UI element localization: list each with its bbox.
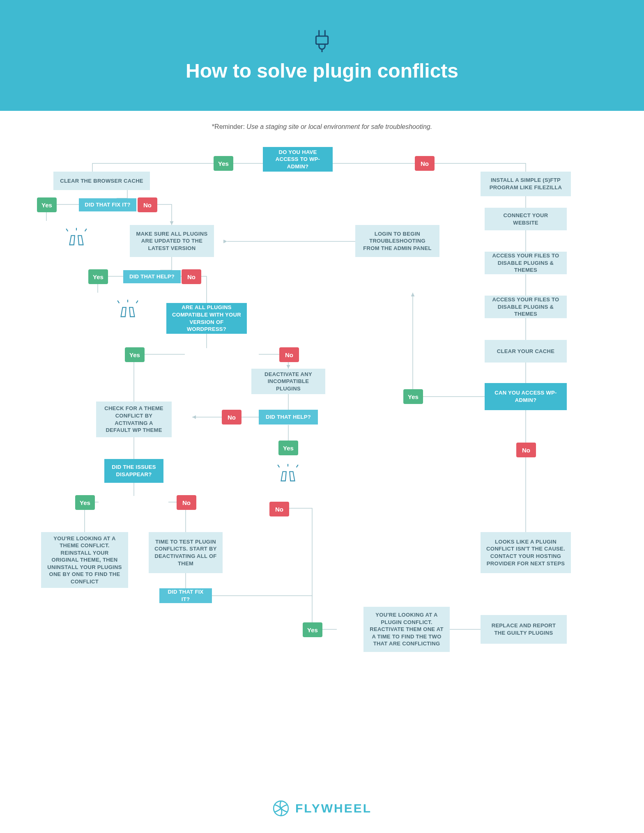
tag-no: No [279, 347, 299, 362]
node-deactivate-incompatible: DEACTIVATE ANY INCOMPATIBLE PLUGINS [251, 369, 325, 394]
node-all-compatible: ARE ALL PLUGINS COMPATIBLE WITH YOUR VER… [166, 303, 247, 334]
plug-icon [312, 29, 332, 52]
tag-yes: Yes [278, 441, 298, 455]
node-connect-website: CONNECT YOUR WEBSITE [485, 208, 567, 230]
tag-no: No [138, 197, 157, 212]
tag-no: No [269, 502, 289, 516]
tag-yes: Yes [125, 347, 145, 362]
header: How to solve plugin conflicts [0, 0, 644, 111]
footer-brand: FLYWHEEL [295, 801, 372, 815]
node-theme-check: CHECK FOR A THEME CONFLICT BY ACTIVATING… [96, 402, 172, 437]
svg-line-10 [278, 465, 279, 467]
tag-no: No [182, 269, 201, 284]
reminder-label: *Reminder: [212, 123, 245, 130]
footer: FLYWHEEL [0, 787, 644, 833]
node-clear-cache-2: CLEAR YOUR CACHE [485, 340, 567, 363]
node-access-files-2: ACCESS YOUR FILES TO DISABLE PLUGINS & T… [485, 296, 567, 318]
node-did-that-fix-2: DID THAT FIX IT? [159, 588, 212, 603]
svg-rect-2 [316, 36, 328, 44]
node-clear-browser-cache: CLEAR THE BROWSER CACHE [53, 172, 150, 190]
node-replace-report: REPLACE AND REPORT THE GUILTY PLUGINS [481, 615, 567, 644]
node-plugin-conflict-result: YOU'RE LOOKING AT A PLUGIN CONFLICT. REA… [363, 607, 450, 652]
tag-yes: Yes [75, 495, 95, 510]
tag-yes: Yes [403, 389, 423, 404]
node-install-sftp: INSTALL A SIMPLE (S)FTP PROGRAM LIKE FIL… [481, 172, 571, 196]
svg-line-4 [66, 229, 68, 231]
svg-line-9 [136, 301, 138, 303]
node-theme-conflict-result: YOU'RE LOOKING AT A THEME CONFLICT. REIN… [41, 532, 128, 588]
tag-no: No [222, 410, 242, 425]
tag-yes: Yes [214, 156, 233, 171]
page-title: How to solve plugin conflicts [186, 60, 458, 82]
tag-yes: Yes [88, 269, 108, 284]
node-not-plugin-conflict: LOOKS LIKE A PLUGIN CONFLICT ISN'T THE C… [481, 532, 571, 573]
node-access-wpadmin: DO YOU HAVE ACCESS TO WP-ADMIN? [263, 147, 333, 172]
node-access-files-1: ACCESS YOUR FILES TO DISABLE PLUGINS & T… [485, 252, 567, 274]
tag-yes: Yes [303, 622, 322, 637]
flowchart-canvas: DO YOU HAVE ACCESS TO WP-ADMIN? Yes No C… [0, 139, 644, 787]
tag-yes: Yes [37, 197, 57, 212]
cheers-icon [115, 299, 140, 324]
tag-no: No [177, 495, 196, 510]
tag-no: No [415, 156, 435, 171]
node-issues-disappear: DID THE ISSUES DISAPPEAR? [104, 459, 163, 483]
svg-line-12 [297, 465, 298, 467]
reminder-text: *Reminder: Use a staging site or local e… [0, 123, 644, 131]
cheers-icon [64, 227, 89, 252]
node-did-that-help-1: DID THAT HELP? [123, 270, 181, 283]
tag-no: No [516, 443, 536, 457]
node-did-that-help-2: DID THAT HELP? [259, 410, 318, 425]
node-did-that-fix-1: DID THAT FIX IT? [79, 198, 136, 211]
reminder-body: Use a staging site or local environment … [246, 123, 432, 130]
cheers-icon [275, 463, 301, 489]
connector-lines [0, 139, 644, 787]
svg-line-6 [85, 229, 87, 231]
node-test-plugin-conflicts: TIME TO TEST PLUGIN CONFLICTS. START BY … [149, 532, 223, 573]
flywheel-logo-icon [272, 800, 290, 817]
node-can-access-wpadmin: CAN YOU ACCESS WP-ADMIN? [485, 383, 567, 410]
node-update-plugins: MAKE SURE ALL PLUGINS ARE UPDATED TO THE… [130, 225, 214, 257]
svg-line-7 [117, 301, 119, 303]
node-login-admin: LOGIN TO BEGIN TROUBLESHOOTING FROM THE … [355, 225, 439, 257]
